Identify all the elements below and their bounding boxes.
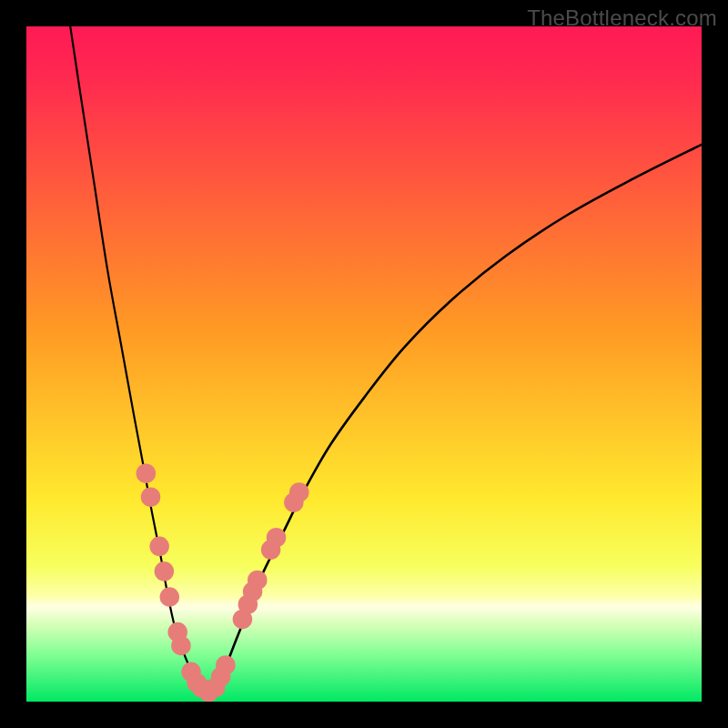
data-point bbox=[171, 636, 191, 656]
data-point bbox=[267, 528, 287, 548]
data-point bbox=[289, 482, 309, 502]
data-point bbox=[149, 537, 169, 557]
data-point bbox=[216, 655, 236, 675]
gradient-background bbox=[26, 26, 702, 702]
data-point bbox=[141, 487, 161, 507]
data-point bbox=[155, 561, 175, 581]
data-point bbox=[248, 571, 268, 591]
plot-area bbox=[26, 26, 702, 702]
data-point bbox=[136, 463, 157, 483]
outer-frame: TheBottleneck.com bbox=[0, 0, 728, 728]
data-point bbox=[160, 587, 180, 607]
chart-svg bbox=[26, 26, 702, 702]
